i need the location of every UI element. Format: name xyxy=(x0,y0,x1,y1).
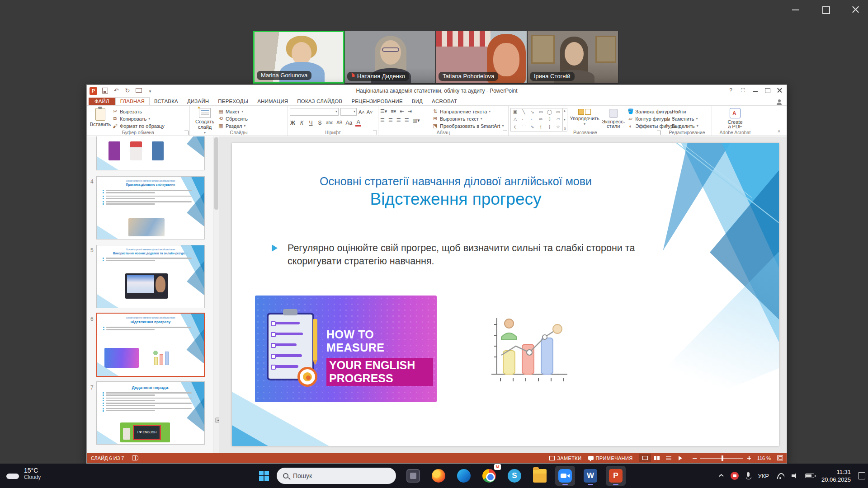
battery-icon[interactable] xyxy=(805,474,814,478)
italic-button[interactable]: К xyxy=(299,120,305,126)
reading-view-button[interactable] xyxy=(663,454,675,462)
slide-sorter-view-button[interactable] xyxy=(651,454,663,462)
help-icon[interactable]: ? xyxy=(725,85,737,96)
start-slideshow-button[interactable] xyxy=(135,87,142,94)
collapse-ribbon-icon[interactable]: ˄ xyxy=(778,129,780,134)
sign-in-icon[interactable] xyxy=(776,99,782,105)
zoom-slider-handle[interactable] xyxy=(722,455,723,461)
zoom-out-icon[interactable] xyxy=(693,458,697,459)
clock-widget[interactable]: 11:31 20.06.2025 xyxy=(821,468,851,483)
shapes-gallery[interactable]: ▣╲↘▭◯▭ △⌙⌐⇨⇩▱ ϛ⌒∿{}☆ xyxy=(510,108,563,131)
weather-widget[interactable]: 15°C Cloudy xyxy=(6,467,41,480)
char-spacing-button[interactable]: АВ xyxy=(336,120,342,125)
maximize-icon[interactable] xyxy=(816,3,835,16)
video-tile[interactable]: Ірина Стогній xyxy=(527,31,618,84)
tab-review[interactable]: РЕЦЕНЗИРОВАНИЕ xyxy=(347,98,407,105)
grow-font-button[interactable]: А˄ xyxy=(359,109,365,115)
thumbnail-slide-3[interactable] xyxy=(96,136,205,170)
thumbnail-slide-7[interactable]: Додаткові поради: I ❤ ENGLISH xyxy=(96,381,205,445)
volume-icon[interactable] xyxy=(792,473,798,479)
action-center-icon[interactable] xyxy=(858,472,865,479)
thumbnail-scrollbar[interactable] xyxy=(213,136,219,454)
cut-button[interactable]: ✂Вырезать xyxy=(112,108,165,114)
normal-view-button[interactable] xyxy=(639,454,651,462)
numbering-button[interactable]: ≡▾ xyxy=(391,108,396,114)
replace-button[interactable]: abЗаменить ▾ xyxy=(664,116,710,122)
ribbon-display-options-icon[interactable]: ⛶ xyxy=(737,85,749,96)
tab-slideshow[interactable]: ПОКАЗ СЛАЙДОВ xyxy=(292,98,347,105)
progress-chart-image[interactable] xyxy=(488,312,571,387)
video-tile[interactable]: Marina Goriunova xyxy=(253,31,344,84)
dialog-launcher-icon[interactable] xyxy=(184,131,189,135)
minimize-icon[interactable] xyxy=(749,85,761,96)
shadow-button[interactable]: abc xyxy=(326,120,333,125)
zoom-level[interactable]: 116 % xyxy=(757,455,771,461)
zoom-app-button[interactable] xyxy=(555,466,575,486)
bullets-button[interactable]: ☰▾ xyxy=(380,108,387,114)
copy-button[interactable]: ⧉Копировать ▾ xyxy=(112,116,165,122)
video-tile[interactable]: Tatiana Pohorielova xyxy=(436,31,527,84)
microphone-status-icon[interactable] xyxy=(746,472,750,479)
zoom-slider[interactable] xyxy=(693,456,751,460)
restore-icon[interactable] xyxy=(761,85,774,96)
notes-button[interactable]: ЗАМЕТКИ xyxy=(549,455,581,461)
font-name-combobox[interactable] xyxy=(290,108,339,116)
smartart-button[interactable]: ⬔Преобразовать в SmartArt ▾ xyxy=(432,123,504,129)
zoom-in-icon[interactable] xyxy=(747,456,751,460)
thumbnail-slide-4[interactable]: Основні стратегії навчання ділової англі… xyxy=(96,176,205,239)
skype-button[interactable]: S xyxy=(505,466,524,486)
align-right-button[interactable]: ☰ xyxy=(396,117,401,123)
underline-button[interactable]: Ч xyxy=(308,120,314,126)
gallery-scroll-buttons[interactable]: ▴▾⊻ xyxy=(563,108,567,131)
undo-button[interactable] xyxy=(113,87,120,94)
change-case-button[interactable]: Aa xyxy=(345,120,352,126)
layout-button[interactable]: ▤Макет ▾ xyxy=(218,108,248,114)
paste-button[interactable]: Вставить xyxy=(89,107,112,127)
measure-progress-image[interactable]: HOW TO MEASURE YOUR ENGLISH PROGRESS xyxy=(255,296,437,402)
word-button[interactable]: W xyxy=(580,466,600,486)
redo-button[interactable] xyxy=(124,87,131,94)
align-center-button[interactable]: ☰ xyxy=(388,117,393,123)
select-button[interactable]: ⇖Выделить ▾ xyxy=(664,123,710,129)
reset-button[interactable]: ⟲Сбросить xyxy=(218,116,248,122)
quick-styles-button[interactable]: Экспресс- стили xyxy=(602,107,625,129)
find-button[interactable]: ⌕Найти xyxy=(664,108,710,114)
align-text-button[interactable]: ⊞Выровнять текст ▾ xyxy=(432,116,504,122)
dialog-launcher-icon[interactable] xyxy=(503,131,507,135)
text-direction-button[interactable]: ⇅Направление текста ▾ xyxy=(432,108,504,114)
shrink-font-button[interactable]: А˅ xyxy=(367,109,373,115)
customize-qat-dropdown[interactable] xyxy=(146,87,154,94)
format-painter-button[interactable]: 🖌Формат по образцу xyxy=(112,123,165,129)
close-icon[interactable] xyxy=(846,3,864,16)
hidden-icons-chevron[interactable] xyxy=(719,474,723,478)
thumbnail-slide-6-selected[interactable]: Основні стратегії навчання ділової англі… xyxy=(96,313,205,377)
tab-animations[interactable]: АНИМАЦИЯ xyxy=(253,98,292,105)
create-pdf-button[interactable]: Create a PDF xyxy=(714,107,756,129)
spellcheck-icon[interactable] xyxy=(132,455,138,460)
tab-design[interactable]: ДИЗАЙН xyxy=(183,98,213,105)
firefox-button[interactable] xyxy=(429,466,448,486)
minimize-icon[interactable] xyxy=(787,3,805,16)
slideshow-view-button[interactable] xyxy=(675,454,686,462)
search-input[interactable]: Пошук xyxy=(277,468,396,484)
tab-home[interactable]: ГЛАВНАЯ xyxy=(115,97,150,105)
comments-button[interactable]: ПРИМЕЧАНИЯ xyxy=(588,455,633,461)
tab-file[interactable]: ФАЙЛ xyxy=(89,98,115,105)
indent-increase-button[interactable]: ⇥ xyxy=(408,108,412,114)
slide-editing-area[interactable]: Основні стратегії навчання ділової англі… xyxy=(232,143,779,446)
dialog-launcher-icon[interactable] xyxy=(373,131,377,135)
tab-acrobat[interactable]: ACROBAT xyxy=(427,98,462,105)
justify-button[interactable]: ☰ xyxy=(405,117,409,123)
chrome-button[interactable]: M xyxy=(479,466,499,486)
camera-in-use-icon[interactable] xyxy=(731,472,739,480)
powerpoint-button[interactable]: P xyxy=(606,466,626,486)
tab-insert[interactable]: ВСТАВКА xyxy=(150,98,183,105)
align-left-button[interactable]: ☰ xyxy=(380,117,385,123)
save-button[interactable] xyxy=(101,87,108,94)
indent-decrease-button[interactable]: ⇤ xyxy=(400,108,404,114)
start-button[interactable] xyxy=(255,467,273,485)
section-button[interactable]: ▦Раздел ▾ xyxy=(218,123,248,129)
bold-button[interactable]: Ж xyxy=(290,120,296,126)
fit-slide-to-window-icon[interactable] xyxy=(777,455,783,460)
dialog-launcher-icon[interactable] xyxy=(657,131,661,135)
